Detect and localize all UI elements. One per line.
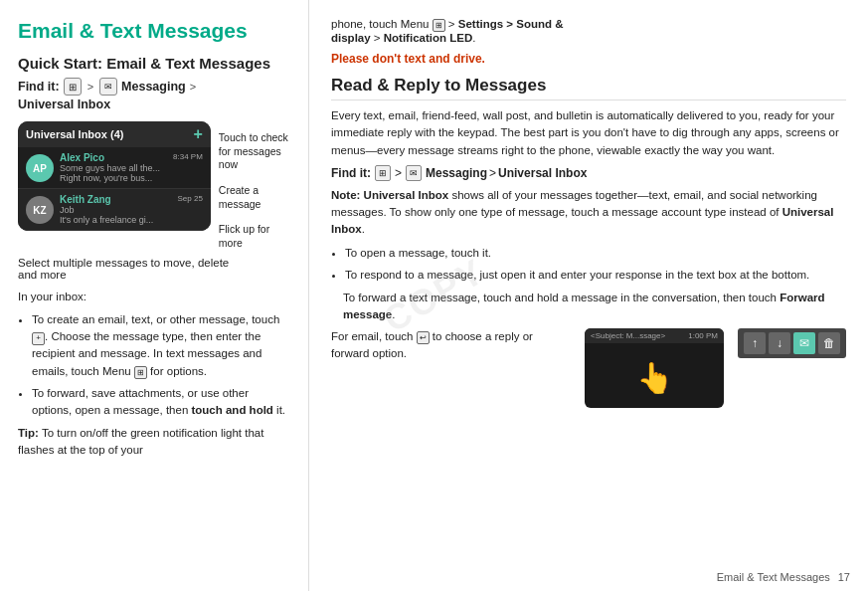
msg-preview-2b: It's only a freelance gi... xyxy=(60,215,173,225)
please-dont-text: Please don't text and drive. xyxy=(331,52,846,66)
tip-text: Tip: To turn on/off the green notificati… xyxy=(18,425,290,457)
bullet-2: To forward, save attachments, or use oth… xyxy=(32,385,290,420)
msg-name-1: Alex Pico xyxy=(60,152,169,163)
msg-preview-2a: Job xyxy=(60,205,173,215)
callout-1: Touch to checkfor messagesnow xyxy=(219,131,290,172)
bottom-row: For email, touch ↩ to choose a reply or … xyxy=(331,328,846,408)
note-bold2: Universal Inbox xyxy=(331,206,833,235)
notification-line: phone, touch Menu ⊞ > Settings > Sound &… xyxy=(331,18,846,44)
phone-callout-wrap: Universal Inbox (4) + AP Alex Pico Some … xyxy=(18,121,290,250)
msg-name-2: Keith Zang xyxy=(60,194,173,205)
page-title: Email & Text Messages xyxy=(18,18,290,43)
page-footer: Email & Text Messages 17 xyxy=(717,571,850,583)
message-row-1[interactable]: AP Alex Pico Some guys have all the... R… xyxy=(18,147,211,189)
menu-icon: ⊞ xyxy=(64,78,82,96)
phone-inbox-header: Universal Inbox (4) + xyxy=(18,121,211,147)
note-text: Note: Universal Inbox shows all of your … xyxy=(331,187,846,239)
universal-inbox-label2: Universal Inbox xyxy=(498,166,587,180)
forward-phone-image: <Subject: M...ssage> 1:00 PM 👆 xyxy=(585,328,724,408)
forward-time: 1:00 PM xyxy=(688,331,718,340)
icon-bar-wrap: ↑ ↓ ✉ 🗑 xyxy=(738,328,846,362)
msg-time-2: Sep 25 xyxy=(177,194,202,203)
subject-bar: <Subject: M...ssage> 1:00 PM xyxy=(585,328,724,343)
inbox-title: Universal Inbox (4) xyxy=(26,128,123,140)
sub-body-forward: To forward a text message, touch and hol… xyxy=(331,290,846,324)
phone-mockup: Universal Inbox (4) + AP Alex Pico Some … xyxy=(18,121,211,231)
callout-2: Create amessage xyxy=(219,184,290,211)
down-icon[interactable]: ↓ xyxy=(769,332,790,354)
msg-time-1: 8:34 PM xyxy=(173,152,203,161)
up-icon[interactable]: ↑ xyxy=(744,332,766,354)
hand-pointing-icon: 👆 xyxy=(636,360,673,395)
msg-content-1: Alex Pico Some guys have all the... Righ… xyxy=(60,152,169,183)
delete-icon[interactable]: 🗑 xyxy=(818,332,840,354)
note-bold: Note: Universal Inbox xyxy=(331,189,448,201)
avatar-alex: AP xyxy=(26,154,54,182)
inbox-plus-icon: + xyxy=(193,125,202,143)
arrow1: > xyxy=(87,81,93,93)
left-column: Email & Text Messages Quick Start: Email… xyxy=(0,0,308,591)
subject-text: <Subject: M...ssage> xyxy=(591,331,665,340)
arrow3: > xyxy=(395,166,402,180)
messaging-label: Messaging xyxy=(121,80,186,94)
msg-preview-1a: Some guys have all the... xyxy=(60,163,169,173)
callout-3: Flick up for more xyxy=(219,223,290,250)
sub-body-email: For email, touch ↩ to choose a reply or … xyxy=(331,328,571,363)
messaging-icon2: ✉ xyxy=(406,165,422,181)
messaging-icon: ✉ xyxy=(99,78,117,96)
reply-icon[interactable]: ✉ xyxy=(793,332,815,354)
msg-preview-1b: Right now, you're bus... xyxy=(60,173,169,183)
intro-text: Every text, email, friend-feed, wall pos… xyxy=(331,107,846,159)
find-it-label: Find it: xyxy=(18,80,60,94)
bullet-list-left: To create an email, text, or other messa… xyxy=(18,311,290,420)
reply-text-wrap: For email, touch ↩ to choose a reply or … xyxy=(331,328,571,367)
avatar-keith: KZ xyxy=(26,196,54,224)
bullet-list-right: To open a message, touch it. To respond … xyxy=(331,245,846,285)
find-it-line2: Find it: ⊞ > ✉ Messaging > Universal Inb… xyxy=(331,165,846,181)
arrow2: > xyxy=(190,81,196,93)
footer-section: Email & Text Messages xyxy=(717,571,830,583)
menu-icon2: ⊞ xyxy=(375,165,391,181)
right-bullet-1: To open a message, touch it. xyxy=(345,245,846,262)
messaging-label2: Messaging xyxy=(426,166,487,180)
bullet-1: To create an email, text, or other messa… xyxy=(32,311,290,380)
callouts: Touch to checkfor messagesnow Create ame… xyxy=(219,121,290,250)
find-it-label2: Find it: xyxy=(331,166,371,180)
arrow4: > xyxy=(489,166,496,180)
reply-icon-bar[interactable]: ↑ ↓ ✉ 🗑 xyxy=(738,328,846,358)
message-row-2[interactable]: KZ Keith Zang Job It's only a freelance … xyxy=(18,189,211,231)
find-it-line: Find it: ⊞ > ✉ Messaging > Universal Inb… xyxy=(18,78,290,111)
tip-body: To turn on/off the green notification li… xyxy=(18,427,263,455)
msg-content-2: Keith Zang Job It's only a freelance gi.… xyxy=(60,194,173,225)
right-column: phone, touch Menu ⊞ > Settings > Sound &… xyxy=(308,0,868,591)
read-reply-heading: Read & Reply to Messages xyxy=(331,76,846,100)
universal-inbox-label: Universal Inbox xyxy=(18,98,110,111)
select-msg-text: Select multiple messages to move, delete… xyxy=(18,257,290,281)
in-your-inbox: In your inbox: xyxy=(18,289,290,305)
footer-page-num: 17 xyxy=(838,571,850,583)
quick-start-heading: Quick Start: Email & Text Messages xyxy=(18,55,290,72)
tip-bold: Tip: xyxy=(18,427,39,439)
right-bullet-2: To respond to a message, just open it an… xyxy=(345,267,846,284)
